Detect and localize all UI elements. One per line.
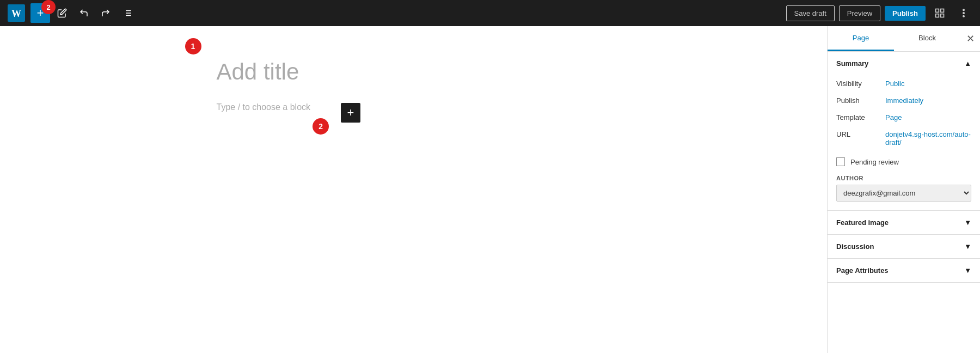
title-input[interactable]: Add title: [217, 59, 611, 85]
visibility-row: Visibility Public: [836, 75, 971, 92]
svg-rect-10: [941, 14, 944, 17]
featured-image-panel: Featured image ▼: [828, 211, 980, 235]
template-row: Template Page: [836, 109, 971, 126]
svg-text:W: W: [11, 8, 21, 19]
list-view-button[interactable]: [118, 3, 137, 23]
page-attributes-panel-header[interactable]: Page Attributes ▼: [828, 259, 980, 282]
block-placeholder-text: Type / to choose a block: [217, 102, 311, 112]
svg-point-12: [963, 9, 964, 10]
svg-rect-9: [941, 9, 944, 13]
url-label: URL: [836, 130, 885, 138]
badge-2-editor: 2: [313, 118, 329, 135]
visibility-label: Visibility: [836, 80, 885, 88]
badge-1: 1: [185, 38, 201, 54]
summary-chevron-icon: ▲: [964, 59, 971, 68]
right-sidebar: Page Block ✕ Summary ▲ Visibility Public…: [827, 26, 980, 353]
author-select[interactable]: deezgrafix@gmail.com: [836, 185, 971, 202]
editor-inner: 1 Add title Type / to choose a block + 2: [191, 26, 637, 145]
discussion-panel-title: Discussion: [836, 242, 874, 251]
tab-page[interactable]: Page: [828, 26, 894, 51]
more-options-button[interactable]: [954, 3, 973, 23]
discussion-chevron-icon: ▼: [964, 242, 971, 251]
template-value[interactable]: Page: [885, 113, 902, 121]
main-area: 1 Add title Type / to choose a block + 2…: [0, 26, 980, 353]
add-block-editor-button[interactable]: +: [341, 103, 360, 123]
toolbar: W + 2 Save dra: [0, 0, 980, 26]
featured-image-chevron-icon: ▼: [964, 218, 971, 227]
preview-button[interactable]: Preview: [839, 5, 880, 21]
pending-review-checkbox[interactable]: [836, 157, 845, 166]
svg-point-13: [963, 13, 964, 14]
discussion-panel: Discussion ▼: [828, 235, 980, 259]
redo-button[interactable]: [96, 3, 115, 23]
tab-block[interactable]: Block: [894, 26, 960, 51]
editor-area: 1 Add title Type / to choose a block + 2: [0, 26, 827, 353]
featured-image-panel-title: Featured image: [836, 218, 889, 227]
sidebar-close-button[interactable]: ✕: [960, 26, 980, 51]
wp-logo: W: [7, 3, 26, 23]
block-placeholder-area: Type / to choose a block + 2: [217, 102, 611, 112]
publish-row: Publish Immediately: [836, 92, 971, 109]
svg-rect-8: [936, 9, 939, 13]
sidebar-header: Page Block ✕: [828, 26, 980, 52]
featured-image-panel-header[interactable]: Featured image ▼: [828, 211, 980, 234]
page-attributes-chevron-icon: ▼: [964, 266, 971, 275]
settings-button[interactable]: [930, 3, 950, 23]
toolbar-right: Save draft Preview Publish: [786, 3, 973, 23]
svg-point-14: [963, 16, 964, 17]
publish-value[interactable]: Immediately: [885, 96, 923, 105]
summary-panel: Summary ▲ Visibility Public Publish Imme…: [828, 52, 980, 211]
page-attributes-panel-title: Page Attributes: [836, 266, 889, 275]
publish-label: Publish: [836, 96, 885, 105]
svg-rect-11: [936, 14, 939, 17]
pending-review-label: Pending review: [850, 158, 899, 166]
publish-button[interactable]: Publish: [885, 6, 926, 21]
url-value[interactable]: donjetv4.sg-host.com/auto-draft/: [885, 130, 971, 147]
discussion-panel-header[interactable]: Discussion ▼: [828, 235, 980, 258]
pending-review-row: Pending review: [836, 151, 971, 168]
summary-panel-header[interactable]: Summary ▲: [828, 52, 980, 75]
save-draft-button[interactable]: Save draft: [786, 5, 835, 21]
visibility-value[interactable]: Public: [885, 80, 904, 88]
badge-2-toolbar: 2: [41, 0, 56, 14]
summary-panel-title: Summary: [836, 59, 868, 68]
summary-panel-content: Visibility Public Publish Immediately Te…: [828, 75, 980, 210]
author-section-label: AUTHOR: [836, 175, 971, 181]
template-label: Template: [836, 113, 885, 121]
page-attributes-panel: Page Attributes ▼: [828, 259, 980, 283]
url-row: URL donjetv4.sg-host.com/auto-draft/: [836, 126, 971, 151]
undo-button[interactable]: [74, 3, 94, 23]
